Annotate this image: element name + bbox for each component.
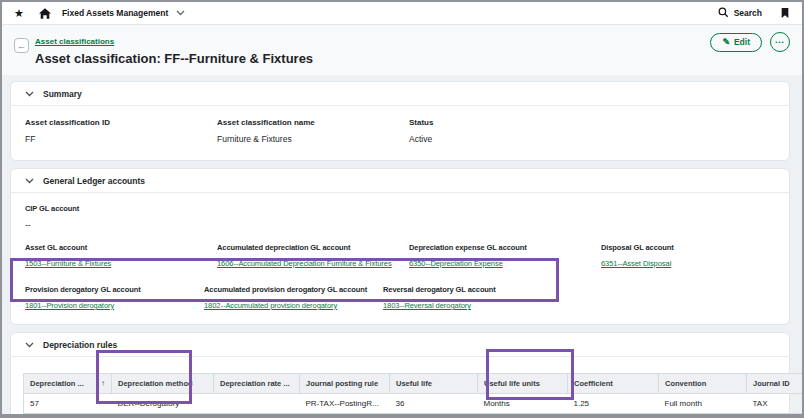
column-header-depreciation-method[interactable]: Depreciation method [112,374,214,394]
cell-depreciation-id: 57 [24,394,112,414]
more-actions-button[interactable]: ••• [770,32,790,52]
cell-useful-life-units: Months [478,394,568,414]
depreciation-rules-section-header[interactable]: Depreciation rules [11,333,789,357]
section-title: Summary [43,89,82,99]
column-header-useful-life[interactable]: Useful life [390,374,478,394]
column-header-journal-posting-rule[interactable]: Journal posting rule [300,374,390,394]
gl-account-link[interactable]: 1606--Accumulated Depreciation Furniture… [217,259,392,268]
edit-button[interactable]: ✎ Edit [710,33,762,52]
field-provision-derogatory-gl-account: Provision derogatory GL account 1801--Pr… [25,285,204,312]
gl-account-link[interactable]: 1503--Furniture & Fixtures [25,259,111,268]
top-navigation-bar: ★ Fixed Assets Management Search [2,2,802,25]
search-label: Search [734,8,762,18]
gl-account-link[interactable]: 1803--Reversal derogatory [383,301,471,310]
depreciation-rules-table: Depreciation ... ↑ Depreciation method D… [23,373,804,414]
cell-convention: Full month [659,394,747,414]
depreciation-rules-card: Depreciation rules Depreciation ... ↑ D [10,332,790,418]
search-button[interactable]: Search [718,7,762,20]
field-status: Status Active [409,118,601,144]
table-row: 57 DER--Derogatory PR-TAX--PostingR... 3… [24,394,804,414]
page-title: Asset classification: FF--Furniture & Fi… [35,51,790,66]
cell-useful-life: 36 [390,394,478,414]
gl-account-link[interactable]: 6350--Depreciation Expense [409,259,503,268]
home-icon[interactable] [39,8,51,19]
column-header-useful-life-units[interactable]: Useful life units [478,374,568,394]
summary-card: Summary Asset classification ID FF Asset… [10,81,790,161]
field-disposal-gl-account: Disposal GL account 6351--Asset Disposal [601,243,793,270]
status-value: Active [409,134,601,144]
gl-accounts-card: General Ledger accounts CIP GL account -… [10,168,790,325]
page-header: ← Asset classifications Asset classifica… [2,25,802,75]
app-name: Fixed Assets Management [62,8,168,18]
chevron-down-icon [25,89,34,99]
field-cip-gl-account: CIP GL account -- [25,204,775,230]
cell-depreciation-rate [214,394,300,414]
breadcrumb-link[interactable]: Asset classifications [35,37,114,46]
summary-section-header[interactable]: Summary [11,82,789,106]
gl-section-header[interactable]: General Ledger accounts [11,169,789,193]
gl-account-link[interactable]: 1801--Provision derogatory [25,301,114,310]
column-header-depreciation-rate[interactable]: Depreciation rate ... [214,374,300,394]
field-depreciation-expense-gl-account: Depreciation expense GL account 6350--De… [409,243,601,270]
favorites-star-icon[interactable]: ★ [14,8,24,19]
chevron-down-icon [176,8,185,18]
chevron-down-icon [25,176,34,186]
field-accumulated-provision-derogatory-gl-account: Accumulated provision derogatory GL acco… [204,285,383,312]
pencil-icon: ✎ [722,37,730,47]
chevron-down-icon [25,340,34,350]
field-asset-classification-id: Asset classification ID FF [25,118,217,144]
section-title: General Ledger accounts [43,176,145,186]
field-reversal-derogatory-gl-account: Reversal derogatory GL account 1803--Rev… [383,285,562,312]
cell-depreciation-method: DER--Derogatory [112,394,214,414]
cell-coefficient: 1.25 [568,394,659,414]
gl-account-link[interactable]: 1802--Accumulated provision derogatory [204,301,337,310]
column-header-coefficient[interactable]: Coefficient [568,374,659,394]
section-title: Depreciation rules [43,340,117,350]
search-icon [718,7,729,20]
table-header-row: Depreciation ... ↑ Depreciation method D… [24,374,804,394]
app-menu-button[interactable]: Fixed Assets Management [62,8,185,18]
bookmark-icon[interactable] [780,7,790,19]
column-header-depreciation-id[interactable]: Depreciation ... ↑ [24,374,112,394]
cell-journal-id: TAX [747,394,804,414]
column-header-journal-id[interactable]: Journal ID [747,374,804,394]
field-asset-classification-name: Asset classification name Furniture & Fi… [217,118,409,144]
sort-ascending-icon: ↑ [95,379,105,388]
main-content: Summary Asset classification ID FF Asset… [2,75,802,418]
field-asset-gl-account: Asset GL account 1503--Furniture & Fixtu… [25,243,217,270]
field-accumulated-depreciation-gl-account: Accumulated depreciation GL account 1606… [217,243,409,270]
app-window: ★ Fixed Assets Management Search ← Asset… [0,0,804,418]
gl-account-link[interactable]: 6351--Asset Disposal [601,259,671,268]
column-header-convention[interactable]: Convention [659,374,747,394]
cell-journal-posting-rule: PR-TAX--PostingR... [300,394,390,414]
back-button[interactable]: ← [14,38,29,53]
